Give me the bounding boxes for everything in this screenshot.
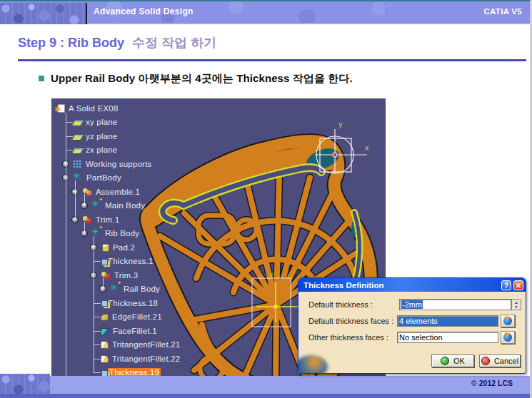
default-thickness-label: Default thickness : (308, 300, 373, 309)
tree-item-label: yz plane (86, 132, 117, 141)
ok-ball-icon (441, 357, 449, 365)
tree-item-label: TritangentFillet.22 (112, 354, 180, 363)
close-button[interactable]: ✕ (513, 280, 523, 290)
tree-branch-line (75, 180, 76, 220)
tree-item-label: Main Body (105, 201, 145, 210)
title-underline (18, 59, 526, 61)
tree-item-partbody[interactable]: -PartBody (53, 171, 180, 185)
header-decoration (0, 3, 87, 24)
globe-decoration (298, 355, 328, 374)
face-fillet-icon (100, 328, 110, 335)
axis-label-y: y (338, 120, 343, 128)
tree-item-label: Assemble.1 (96, 188, 140, 196)
tree-item-thickness-1[interactable]: Thickness.1 (53, 255, 180, 269)
app-title: Advanced Solid Design (94, 6, 194, 16)
header-band (0, 0, 532, 24)
origin-point[interactable] (333, 153, 337, 157)
tree-branch-line (84, 194, 85, 206)
default-thickness-value: -2mm (401, 300, 423, 309)
tree-item-label: Rib Body (105, 229, 139, 238)
tree-item-facefillet-1[interactable]: FaceFillet.1 (53, 324, 180, 338)
tree-item-label: A Solid EX08 (69, 104, 119, 113)
help-button[interactable]: ? (501, 280, 511, 290)
tree-item-zx-plane[interactable]: zx plane (53, 143, 180, 158)
dialog-title: Thickness Definition (303, 281, 501, 290)
other-thickness-faces-input[interactable]: No selection (397, 332, 498, 343)
tree-item-label: FaceFillet.1 (113, 327, 157, 335)
tree-item-tritangentfillet-22[interactable]: TritangentFillet.22 (53, 352, 180, 366)
tree-item-working-supports[interactable]: +Working supports (53, 157, 180, 171)
cancel-ball-icon (481, 357, 490, 365)
part-document-icon (58, 104, 65, 113)
tree-item-a-solid-ex08[interactable]: A Solid EX08 (53, 101, 180, 116)
tree-item-label: TritangentFillet.21 (112, 340, 180, 349)
bottom-border (0, 394, 532, 398)
tree-item-label: xy plane (86, 118, 117, 126)
default-thickness-faces-label: Default thickness faces : (308, 317, 393, 325)
tree-item-label: zx plane (86, 146, 117, 154)
copyright: © 2012 LCS (471, 379, 513, 387)
tree-item-label: Thickness.18 (108, 299, 158, 307)
dialog-titlebar[interactable]: Thickness Definition ? ✕ (298, 278, 526, 292)
bullet-text: Upper Rail Body 아랫부분의 4곳에는 Thickness 작업을… (51, 72, 353, 86)
other-thickness-faces-label: Other thickness faces : (308, 333, 388, 342)
thickness-icon (101, 300, 108, 307)
hub-axis-label: y (270, 270, 273, 278)
multi-select-icon (503, 317, 512, 325)
page-title: Step 9 : Rib Body 수정 작업 하기 (18, 34, 216, 51)
tree-item-assemble-1[interactable]: -Assemble.1 (53, 185, 180, 199)
tree-item-yz-plane[interactable]: yz plane (53, 129, 180, 143)
thickness-definition-dialog: Thickness Definition ? ✕ Default thickne… (298, 277, 526, 374)
tree-item-label: Pad.2 (113, 243, 135, 252)
tree-item-rail-body[interactable]: +Rail Body (53, 282, 180, 297)
tree-item-label: Working supports (86, 160, 151, 168)
tree-item-label: Rail Body (124, 285, 160, 293)
plane-icon (71, 148, 84, 154)
slide: { "header": { "app_title": "Advanced Sol… (0, 0, 532, 398)
tree-branch-line (94, 236, 94, 373)
bullet-row: Upper Rail Body 아랫부분의 4곳에는 Thickness 작업을… (39, 72, 353, 86)
multi-select-icon (503, 333, 512, 342)
thickness-spinner[interactable]: ▲▼ (511, 299, 521, 310)
tree-item-trim-1[interactable]: -Trim.1 (53, 213, 180, 227)
plane-icon (71, 121, 84, 126)
tree-item-label: Thickness.1 (108, 257, 154, 265)
tree-item-tritangentfillet-21[interactable]: TritangentFillet.21 (53, 338, 180, 352)
tree-branch-line (84, 222, 85, 234)
brand-label: CATIA V5 (483, 7, 522, 16)
axis-label-x: x (365, 143, 369, 152)
body-icon (110, 284, 120, 294)
tree-item-edgefillet-21[interactable]: EdgeFillet.21 (53, 310, 180, 325)
default-thickness-faces-input[interactable]: 4 elements (397, 315, 498, 327)
tritangent-fillet-icon (101, 341, 109, 349)
page-title-ko: 수정 작업 하기 (132, 36, 216, 50)
tree-trunk-line (66, 113, 66, 387)
tree-branch-line (103, 277, 104, 290)
pad-icon (102, 244, 109, 252)
faces-picker-button[interactable] (501, 315, 515, 327)
ok-label: OK (453, 357, 465, 365)
cancel-button[interactable]: Cancel (479, 354, 521, 367)
tree-item-thickness-18[interactable]: Thickness.18 (53, 296, 180, 310)
ok-button[interactable]: OK (431, 354, 474, 367)
bullet-square-icon (39, 76, 44, 81)
working-supports-icon (73, 160, 82, 168)
thickness-icon (101, 259, 108, 265)
axis-label-z: z (334, 146, 338, 153)
tree-item-main-body[interactable]: +Main Body (53, 199, 180, 213)
spinner-down-icon[interactable]: ▼ (515, 305, 518, 309)
other-faces-picker-button[interactable] (501, 331, 515, 344)
tree-item-pad-2[interactable]: +Pad.2 (53, 240, 180, 255)
tree-item-xy-plane[interactable]: xy plane (53, 116, 180, 130)
plane-icon (71, 135, 84, 141)
tree-item-rib-body[interactable]: -Rib Body (53, 227, 180, 241)
tree-item-label: PartBody (86, 173, 121, 182)
edge-fillet-icon (101, 314, 109, 321)
default-thickness-input[interactable]: -2mm (399, 299, 511, 310)
tritangent-fillet-icon (101, 355, 109, 363)
cancel-label: Cancel (494, 357, 518, 365)
body-icon (91, 200, 101, 210)
tree-item-label: Trim.3 (114, 271, 138, 280)
tree-item-label: EdgeFillet.21 (112, 312, 162, 321)
footer-band (0, 376, 532, 394)
